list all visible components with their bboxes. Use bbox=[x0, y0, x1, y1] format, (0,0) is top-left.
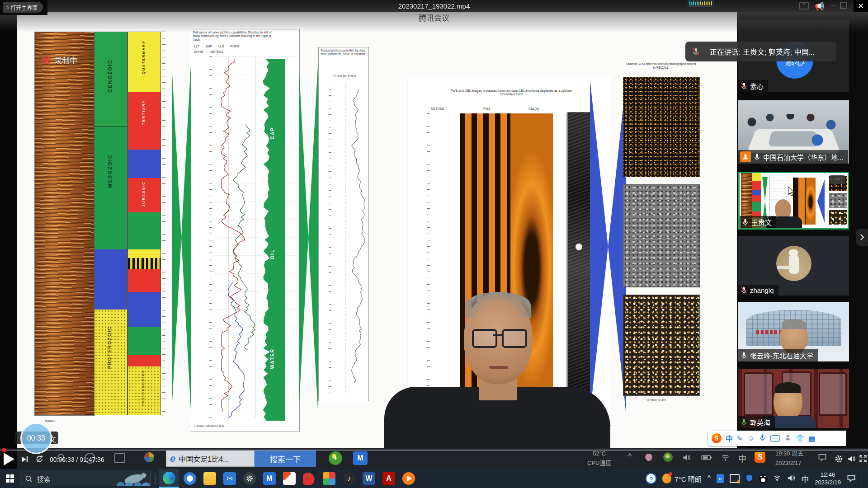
open-main-label: 打开主界面 bbox=[10, 4, 38, 11]
emoji-icon: ☺ bbox=[747, 434, 754, 442]
open-main-button[interactable]: ⌂ 打开主界面 bbox=[3, 2, 43, 13]
player-volume-button[interactable] bbox=[847, 455, 856, 465]
weather-widget[interactable]: 7°C 晴朗 bbox=[662, 474, 701, 483]
pen-icon: ✎ bbox=[737, 434, 743, 443]
close-button[interactable]: ✕ bbox=[854, 0, 868, 12]
taskbar-divider bbox=[155, 473, 156, 484]
next-button[interactable] bbox=[21, 455, 28, 465]
shield-tray-icon[interactable] bbox=[745, 474, 753, 483]
edge-icon bbox=[163, 472, 175, 484]
loop-mode-button[interactable] bbox=[35, 455, 44, 465]
monitor-arrow-icon bbox=[799, 2, 809, 9]
qq-tray-icon[interactable] bbox=[759, 474, 767, 483]
ime-toolbar: S 中 ✎ ☺ ⋯ 👕 ▦ bbox=[708, 431, 846, 446]
video-letterbox-left bbox=[0, 12, 17, 469]
taskbar-search-box[interactable]: 搜索 bbox=[20, 471, 151, 486]
volume-tray-icon[interactable] bbox=[787, 474, 795, 483]
help-bubble-icon[interactable]: ? bbox=[646, 473, 656, 484]
player-settings-button[interactable] bbox=[835, 455, 843, 465]
play-button[interactable] bbox=[4, 453, 14, 465]
search-placeholder: 搜索 bbox=[37, 474, 51, 483]
ime-mode-label: 中 bbox=[726, 433, 733, 444]
time-display: 00:00:33 / 01:47:36 bbox=[50, 456, 104, 463]
weather-text: 7°C 晴朗 bbox=[675, 474, 701, 483]
snip-tray-icon[interactable] bbox=[730, 474, 740, 483]
seek-time-bubble: 00:33 bbox=[20, 422, 52, 454]
taskbar-app-mail-icon[interactable]: ✉ bbox=[223, 472, 236, 485]
hardware-monitor-widget bbox=[688, 0, 714, 7]
screen: CENOZOIC MESOZOIC PROTEROZOIC QUATERNARY… bbox=[0, 0, 868, 488]
player-fullscreen-button[interactable] bbox=[859, 455, 867, 465]
progress-playhead[interactable] bbox=[2, 448, 6, 452]
video-surface[interactable] bbox=[17, 12, 868, 469]
speaking-toast-text: 正在讲话: 王贵文; 郭英海; 中国... bbox=[710, 46, 815, 57]
progress-bar[interactable] bbox=[0, 450, 868, 450]
sogou-logo-icon: S bbox=[712, 433, 722, 443]
weather-icon bbox=[662, 474, 671, 483]
taskbar-app-m-icon[interactable]: M bbox=[263, 472, 276, 485]
miniplayer-button[interactable] bbox=[799, 2, 809, 11]
tray-caret[interactable]: ^ bbox=[708, 474, 711, 483]
local-taskbar: 搜索 ✉ M ♪ W A ? bbox=[0, 469, 868, 488]
video-filename: 20230217_193022.mp4 bbox=[0, 2, 868, 10]
ime-tray-label[interactable]: 中 bbox=[801, 473, 809, 484]
taskbar-app-word-icon[interactable]: W bbox=[363, 472, 375, 485]
toast-divider bbox=[705, 46, 705, 57]
meeting-window-title: 腾讯会议 bbox=[0, 12, 868, 23]
taskbar-app-cherry-icon[interactable] bbox=[303, 472, 316, 485]
start-button[interactable] bbox=[0, 474, 20, 483]
skin-icon: 👕 bbox=[796, 434, 805, 443]
taskbar-app-edge[interactable] bbox=[159, 469, 179, 488]
clock-time: 12:46 bbox=[815, 471, 841, 479]
clock-date: 2023/2/19 bbox=[815, 479, 841, 486]
windows-logo-icon bbox=[6, 474, 14, 483]
show-desktop-strip[interactable] bbox=[862, 469, 864, 488]
keyboard-icon: ⋯ bbox=[770, 435, 780, 442]
taskbar-clock[interactable]: 12:46 2023/2/19 bbox=[815, 471, 841, 486]
person-icon bbox=[784, 434, 792, 443]
taskbar-app-photos-icon[interactable] bbox=[323, 472, 335, 485]
restore-button[interactable]: × bbox=[840, 2, 851, 10]
minimize-button[interactable]: – bbox=[831, 0, 836, 10]
taskbar-app-browser-icon[interactable] bbox=[184, 472, 196, 485]
grid-icon: ▦ bbox=[809, 434, 815, 443]
home-icon: ⌂ bbox=[5, 4, 9, 10]
action-center-icon[interactable] bbox=[847, 474, 856, 484]
usb-tray-icon[interactable]: ⊍ bbox=[717, 474, 724, 483]
taskbar-app-explorer-icon[interactable] bbox=[203, 472, 216, 485]
taskbar-app-music-icon[interactable]: ♪ bbox=[343, 472, 355, 485]
taskbar-app-settings-icon[interactable] bbox=[243, 472, 256, 485]
taskbar-app-acrobat-icon[interactable]: A bbox=[382, 472, 395, 485]
taskbar-app-video-icon[interactable] bbox=[402, 472, 415, 485]
mic-icon bbox=[759, 434, 766, 443]
whale-doodle bbox=[117, 472, 150, 486]
speaking-toast: 正在讲话: 王贵文; 郭英海; 中国... bbox=[685, 42, 836, 61]
wifi-tray-icon[interactable] bbox=[773, 474, 781, 483]
taskbar-app-docs-icon[interactable] bbox=[283, 472, 296, 485]
broadcast-button[interactable]: 📢 bbox=[815, 2, 824, 11]
